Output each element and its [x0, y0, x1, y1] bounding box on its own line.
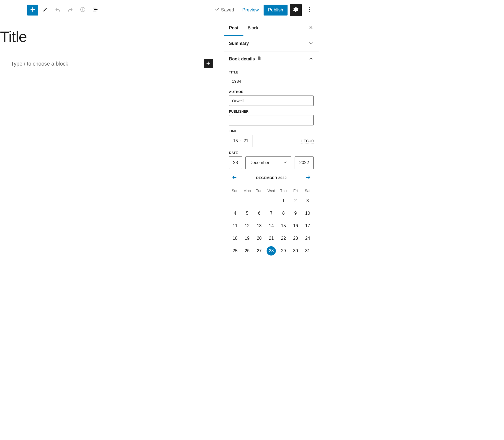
calendar-month-label: DECEMBER 2022 — [256, 176, 286, 180]
calendar-week-row: 45678910 — [229, 207, 314, 220]
calendar-day[interactable]: 5 — [243, 209, 252, 218]
calendar-prev-month[interactable] — [230, 173, 239, 182]
calendar-day[interactable]: 16 — [291, 221, 300, 230]
wordpress-home-button[interactable] — [0, 0, 20, 20]
input-publisher[interactable] — [229, 115, 314, 125]
info-icon — [80, 7, 86, 13]
block-placeholder[interactable]: Type / to choose a block — [11, 61, 204, 67]
more-vertical-icon — [306, 7, 312, 13]
calendar-day[interactable]: 11 — [230, 221, 240, 230]
calendar-day[interactable]: 9 — [291, 209, 300, 218]
calendar-day[interactable]: 3 — [303, 196, 312, 205]
field-date: DATE 28 December 2022 — [229, 151, 314, 169]
svg-point-2 — [309, 7, 310, 8]
calendar-day[interactable]: 8 — [279, 209, 288, 218]
label-publisher: PUBLISHER — [229, 110, 314, 113]
panel-book-details-title: Book details — [229, 57, 255, 61]
block-inserter-row: Type / to choose a block — [0, 59, 224, 68]
calendar-weekday: Fri — [289, 187, 301, 195]
calendar-weekday: Sat — [302, 187, 314, 195]
calendar-weekday: Mon — [241, 187, 253, 195]
calendar-day[interactable]: 7 — [267, 209, 276, 218]
date-day-value: 28 — [233, 160, 238, 165]
plus-icon — [29, 6, 36, 14]
date-day-input[interactable]: 28 — [229, 156, 242, 169]
more-options-button[interactable] — [304, 5, 315, 16]
calendar-day[interactable]: 23 — [291, 234, 300, 243]
input-title[interactable] — [229, 76, 295, 86]
calendar-weekday: Sun — [229, 187, 241, 195]
svg-point-3 — [309, 9, 310, 10]
panel-book-details-body: TITLE AUTHOR PUBLISHER TIME 15 — [224, 67, 319, 262]
tab-post[interactable]: Post — [229, 20, 239, 36]
calendar-day[interactable]: 21 — [267, 234, 276, 243]
date-month-select[interactable]: December — [245, 156, 291, 169]
saved-indicator: Saved — [215, 7, 237, 13]
outline-button[interactable] — [90, 5, 101, 16]
time-hour: 15 — [233, 139, 238, 143]
panel-summary-toggle[interactable]: Summary — [224, 36, 319, 51]
calendar-day[interactable]: 6 — [255, 209, 264, 218]
calendar-day[interactable]: 30 — [291, 246, 300, 256]
inline-add-block-button[interactable] — [204, 59, 213, 68]
chevron-up-icon — [308, 56, 314, 62]
calendar-week-row: 18192021222324 — [229, 232, 314, 245]
panel-summary-title: Summary — [229, 41, 249, 46]
undo-button[interactable] — [52, 5, 63, 16]
calendar-day[interactable]: 24 — [303, 234, 312, 243]
date-year-value: 2022 — [299, 160, 309, 165]
calendar-day[interactable]: 29 — [279, 246, 288, 256]
calendar-grid: SunMonTueWedThuFriSat 123456789101112131… — [229, 187, 314, 257]
preview-button[interactable]: Preview — [240, 5, 261, 15]
date-year-input[interactable]: 2022 — [295, 156, 314, 169]
book-icon — [257, 56, 262, 62]
date-month-value: December — [249, 160, 270, 165]
calendar-day[interactable]: 4 — [230, 209, 240, 218]
publish-button[interactable]: Publish — [264, 5, 288, 16]
calendar-day[interactable]: 25 — [230, 246, 240, 256]
label-date: DATE — [229, 151, 314, 155]
calendar-day[interactable]: 27 — [255, 246, 264, 256]
calendar-day[interactable]: 18 — [230, 234, 240, 243]
tab-block[interactable]: Block — [248, 20, 258, 36]
arrow-right-icon — [305, 174, 311, 181]
time-input[interactable]: 15 : 21 — [229, 135, 252, 147]
calendar-nav: DECEMBER 2022 — [229, 173, 314, 182]
panel-book-details-toggle[interactable]: Book details — [224, 51, 319, 67]
calendar-week-row: 123 — [229, 195, 314, 207]
edit-tool-button[interactable] — [40, 5, 51, 16]
info-button[interactable] — [77, 5, 88, 16]
calendar-day[interactable]: 10 — [303, 209, 312, 218]
redo-button[interactable] — [65, 5, 76, 16]
calendar-day[interactable]: 15 — [279, 221, 288, 230]
calendar-day[interactable]: 1 — [279, 196, 288, 205]
calendar-day[interactable]: 2 — [291, 196, 300, 205]
calendar-day[interactable]: 28 — [267, 246, 276, 256]
calendar-day[interactable]: 22 — [279, 234, 288, 243]
close-sidebar-button[interactable] — [308, 25, 314, 31]
chevron-down-icon — [283, 160, 287, 165]
close-icon — [308, 25, 314, 31]
calendar-day[interactable]: 19 — [243, 234, 252, 243]
calendar-week-row: 11121314151617 — [229, 220, 314, 232]
sidebar-tabs: Post Block — [224, 20, 319, 36]
calendar-next-month[interactable] — [304, 173, 313, 182]
calendar-day[interactable]: 13 — [255, 221, 264, 230]
calendar-day[interactable]: 14 — [267, 221, 276, 230]
input-author[interactable] — [229, 96, 314, 106]
timezone-label[interactable]: UTC+0 — [301, 139, 314, 143]
calendar-day[interactable]: 26 — [243, 246, 252, 256]
calendar-day[interactable]: 20 — [255, 234, 264, 243]
app-root: Saved Preview Publish Title Type / to ch… — [0, 0, 319, 278]
post-title-input[interactable]: Title — [0, 20, 224, 45]
calendar-day[interactable]: 31 — [303, 246, 312, 256]
date-row: 28 December 2022 — [229, 156, 314, 169]
redo-icon — [67, 7, 73, 13]
add-block-button[interactable] — [27, 5, 38, 16]
pencil-icon — [42, 7, 48, 13]
arrow-left-icon — [231, 174, 237, 181]
calendar-day[interactable]: 17 — [303, 221, 312, 230]
settings-toggle-button[interactable] — [290, 4, 302, 16]
topbar-left-tools — [20, 5, 101, 16]
calendar-day[interactable]: 12 — [243, 221, 252, 230]
